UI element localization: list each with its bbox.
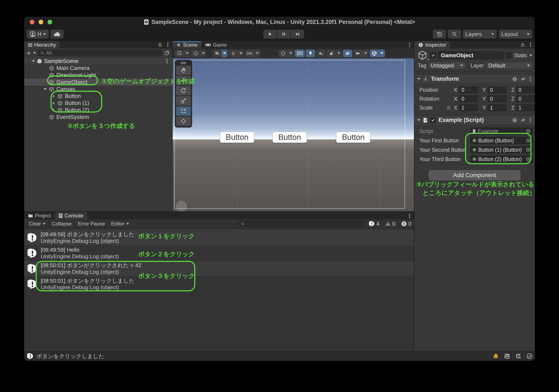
scene-root-row[interactable]: SampleScene	[24, 58, 172, 65]
foldout-open-icon[interactable]	[417, 119, 420, 121]
lock-icon[interactable]	[520, 42, 525, 47]
rotation-z-input[interactable]: 0	[516, 95, 535, 102]
scale-y-input[interactable]: 1	[487, 104, 506, 111]
scene-ui-button-1[interactable]: Button	[220, 132, 254, 143]
script-object-field[interactable]: # Example	[470, 128, 533, 135]
rotate-tool[interactable]	[176, 86, 191, 95]
effects-toggle-button[interactable]	[326, 50, 336, 57]
error-pause-button[interactable]: Error Pause	[75, 219, 108, 228]
search-button[interactable]	[448, 30, 461, 38]
auto-refresh-icon[interactable]	[512, 352, 524, 361]
link-off-icon[interactable]	[445, 105, 453, 110]
presets-icon[interactable]	[521, 76, 526, 82]
progress-check-icon[interactable]	[524, 352, 535, 361]
2d-toggle-button[interactable]: 2D	[295, 50, 305, 57]
scene-ui-button-2[interactable]: Button	[272, 132, 307, 143]
tab-project[interactable]: Project	[24, 212, 55, 219]
static-checkbox[interactable]	[506, 52, 512, 58]
tab-console[interactable]: Console	[55, 212, 87, 219]
hierarchy-item-canvas[interactable]: Canvas	[24, 86, 172, 93]
pause-button[interactable]	[277, 30, 290, 38]
dropdown-caret[interactable]	[336, 50, 342, 57]
dropdown-caret[interactable]	[184, 50, 190, 57]
tool-handle-rect-button[interactable]	[175, 50, 184, 57]
your-second-button-field[interactable]: Button (1) (Button)	[470, 146, 533, 153]
foldout-closed-icon[interactable]	[53, 109, 55, 112]
tab-inspector[interactable]: Inspector	[414, 41, 450, 48]
active-checkbox[interactable]	[430, 52, 436, 58]
hierarchy-item-button-1[interactable]: Button (1)	[24, 100, 172, 107]
foldout-closed-icon[interactable]	[53, 102, 55, 105]
grid-visibility-button[interactable]: Y	[212, 50, 222, 57]
object-picker-icon[interactable]	[526, 129, 531, 134]
hierarchy-item-directional-light[interactable]: Directional Light	[24, 72, 172, 79]
foldout-open-icon[interactable]	[44, 88, 47, 90]
log-entry[interactable]: [08:50:01] ボタンをクリックしましたUnityEngine.Debug…	[24, 276, 414, 292]
object-picker-icon[interactable]	[526, 157, 531, 162]
kebab-menu-icon[interactable]	[167, 44, 168, 45]
dropdown-caret[interactable]	[288, 50, 294, 57]
position-z-input[interactable]: 0	[516, 86, 535, 93]
layout-dropdown[interactable]: Layout	[499, 30, 532, 38]
console-search-input[interactable]	[238, 221, 364, 227]
palette-drag-handle[interactable]	[181, 62, 186, 63]
scene-ui-button-3[interactable]: Button	[336, 132, 371, 143]
hierarchy-search-input[interactable]: All	[38, 50, 162, 56]
undo-history-button[interactable]	[433, 30, 446, 38]
hierarchy-item-main-camera[interactable]: Main Camera	[24, 65, 172, 72]
kebab-menu-icon[interactable]	[409, 215, 410, 216]
example-script-header[interactable]: # Example (Script) ?	[414, 115, 535, 125]
grid-snap-button[interactable]	[229, 50, 238, 57]
hierarchy-item-eventsystem[interactable]: EventSystem	[24, 114, 172, 120]
kebab-menu-icon[interactable]	[530, 119, 531, 120]
scene-viewport[interactable]: Button Button Button	[173, 58, 414, 211]
kebab-menu-icon[interactable]	[167, 61, 168, 62]
object-picker-icon[interactable]	[526, 138, 531, 143]
log-entry[interactable]: [08:50:01] ボタンがクリックされた = 42UnityEngine.D…	[24, 261, 414, 276]
account-button[interactable]: H	[27, 30, 49, 38]
chevron-down-icon[interactable]	[427, 59, 429, 61]
position-x-input[interactable]: 0	[459, 86, 478, 93]
lighting-toggle-button[interactable]	[306, 50, 315, 57]
dropdown-caret[interactable]	[363, 50, 369, 57]
cloud-button[interactable]	[50, 30, 64, 38]
presets-icon[interactable]	[521, 118, 526, 123]
step-button[interactable]	[291, 30, 304, 38]
transform-component-header[interactable]: Transform ?	[414, 74, 535, 84]
cache-server-icon[interactable]	[501, 352, 512, 361]
log-entry[interactable]: [08:49:59] HelloUnityEngine.Debug:Log (o…	[24, 246, 414, 261]
create-dropdown-icon[interactable]	[33, 52, 36, 54]
audio-mute-button[interactable]	[316, 50, 326, 57]
help-icon[interactable]: ?	[512, 118, 517, 123]
kebab-menu-icon[interactable]	[530, 78, 531, 80]
debugger-bug-icon[interactable]	[490, 352, 501, 361]
gizmos-globe-button[interactable]	[370, 50, 379, 57]
status-message[interactable]: ボタンをクリックしました	[37, 353, 104, 360]
error-count[interactable]: 0	[398, 219, 414, 228]
foldout-open-icon[interactable]	[32, 60, 35, 62]
hierarchy-item-gameobject[interactable]: GameObject	[24, 79, 172, 86]
dropdown-caret[interactable]	[254, 50, 260, 57]
clear-button[interactable]: Clear	[26, 219, 49, 228]
layer-dropdown[interactable]: Default	[486, 62, 532, 69]
gameobject-name-field[interactable]: GameObject	[438, 51, 504, 59]
minimize-window-button[interactable]	[39, 20, 43, 24]
scale-tool[interactable]	[176, 96, 191, 106]
tag-dropdown[interactable]: Untagged	[428, 62, 466, 69]
play-button[interactable]	[263, 30, 277, 38]
object-picker-icon[interactable]	[526, 147, 531, 152]
move-tool[interactable]	[176, 76, 191, 85]
tab-game[interactable]: Game	[201, 41, 231, 48]
scale-x-input[interactable]: 1	[459, 104, 478, 111]
hierarchy-item-button[interactable]: Button	[24, 93, 172, 100]
your-first-button-field[interactable]: Button (Button)	[470, 137, 533, 144]
dropdown-caret[interactable]	[222, 50, 228, 57]
rotation-y-input[interactable]: 0	[487, 95, 506, 102]
dropdown-caret[interactable]	[200, 50, 206, 57]
render-mode-button[interactable]	[279, 50, 288, 57]
help-icon[interactable]: ?	[512, 76, 517, 82]
transform-tool[interactable]	[176, 117, 191, 126]
rect-tool[interactable]	[176, 106, 191, 116]
kebab-menu-icon[interactable]	[409, 45, 410, 46]
collapse-button[interactable]: Collapse	[49, 219, 75, 228]
